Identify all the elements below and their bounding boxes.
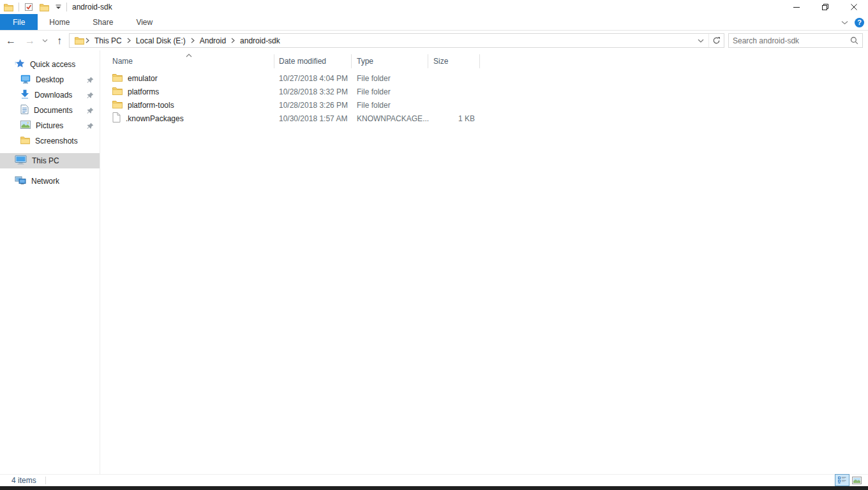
sidebar-item-network[interactable]: Network	[0, 174, 100, 189]
file-type: File folder	[352, 101, 428, 110]
quick-access-toolbar	[0, 0, 67, 14]
breadcrumb-separator-icon[interactable]	[127, 38, 131, 43]
sidebar-item-desktop[interactable]: Desktop	[0, 72, 100, 87]
item-count: 4 items	[11, 476, 36, 485]
address-folder-icon	[72, 36, 84, 45]
new-folder-icon[interactable]	[38, 1, 50, 13]
pictures-icon	[20, 121, 31, 131]
sidebar-item-quick-access[interactable]: Quick access	[0, 57, 100, 72]
documents-icon	[20, 105, 29, 116]
quick-access-star-icon	[15, 59, 25, 70]
help-icon[interactable]: ?	[855, 18, 864, 27]
file-row-emulator[interactable]: emulator 10/27/2018 4:04 PM File folder	[101, 71, 868, 85]
file-rows: emulator 10/27/2018 4:04 PM File folder …	[101, 71, 868, 125]
tab-file[interactable]: File	[0, 14, 38, 30]
sidebar-item-documents[interactable]: Documents	[0, 103, 100, 118]
tab-share[interactable]: Share	[81, 14, 124, 30]
breadcrumb-android[interactable]: Android	[196, 36, 230, 45]
sidebar-item-label: Screenshots	[35, 137, 78, 145]
folder-icon	[112, 87, 123, 97]
qat-separator	[19, 3, 19, 11]
close-icon[interactable]	[839, 0, 868, 14]
breadcrumb: This PC Local Disk (E:) Android android-…	[70, 36, 693, 45]
explorer-window: android-sdk File Home Share View ? ← →	[0, 0, 868, 490]
sidebar-group-gap	[0, 168, 100, 174]
breadcrumb-separator-icon[interactable]	[86, 38, 89, 43]
sidebar-item-downloads[interactable]: Downloads	[0, 87, 100, 103]
folder-icon	[20, 136, 30, 146]
column-header-size[interactable]: Size	[428, 54, 480, 68]
minimize-icon[interactable]	[782, 0, 811, 14]
status-separator	[45, 477, 46, 484]
tab-home[interactable]: Home	[38, 14, 81, 30]
file-row-knownpackages[interactable]: .knownPackages 10/30/2018 1:57 AM KNOWNP…	[101, 112, 868, 125]
pin-icon	[87, 122, 94, 130]
breadcrumb-android-sdk[interactable]: android-sdk	[236, 36, 284, 45]
network-icon	[15, 176, 26, 187]
file-name: .knownPackages	[126, 114, 184, 123]
thumbnails-view-icon[interactable]	[849, 474, 864, 486]
file-date-modified: 10/28/2018 3:26 PM	[274, 101, 352, 110]
back-arrow-icon[interactable]: ←	[0, 32, 22, 50]
taskbar-edge[interactable]	[0, 486, 868, 490]
breadcrumb-separator-icon[interactable]	[191, 38, 195, 43]
qat-dropdown-icon[interactable]	[54, 1, 63, 13]
file-type: KNOWNPACKAGE...	[352, 114, 428, 123]
ribbon-right-controls: ?	[841, 14, 864, 31]
folder-icon	[112, 100, 123, 110]
file-row-platform-tools[interactable]: platform-tools 10/28/2018 3:26 PM File f…	[101, 98, 868, 112]
file-date-modified: 10/27/2018 4:04 PM	[274, 74, 352, 83]
details-view-icon[interactable]	[835, 474, 849, 486]
sidebar-item-screenshots[interactable]: Screenshots	[0, 133, 100, 149]
column-header-date-modified[interactable]: Date modified	[274, 54, 352, 68]
tab-view[interactable]: View	[124, 14, 164, 30]
recent-locations-chevron-icon[interactable]	[38, 32, 51, 50]
sidebar-group-gap	[0, 149, 100, 153]
app-folder-icon	[3, 1, 15, 13]
sidebar-item-label: Downloads	[34, 91, 72, 100]
file-type: File folder	[352, 87, 428, 96]
ribbon-tab-row: File Home Share View ?	[0, 14, 868, 31]
file-row-platforms[interactable]: platforms 10/28/2018 3:32 PM File folder	[101, 85, 868, 98]
search-input[interactable]	[729, 36, 846, 45]
search-icon[interactable]	[846, 36, 862, 45]
restore-icon[interactable]	[811, 0, 839, 14]
file-type: File folder	[352, 74, 428, 83]
file-date-modified: 10/28/2018 3:32 PM	[274, 87, 352, 96]
sidebar-item-label: Documents	[34, 106, 73, 115]
ribbon-expand-chevron-icon[interactable]	[841, 18, 848, 27]
navigation-bar: ← → ↑ This PC Local Disk (E:) Android an…	[0, 31, 868, 50]
pin-icon	[87, 77, 94, 84]
sidebar-item-label: This PC	[32, 156, 59, 165]
content-area: Quick access Desktop Downloads	[0, 50, 868, 474]
downloads-icon	[20, 89, 29, 101]
address-bar[interactable]: This PC Local Disk (E:) Android android-…	[69, 33, 724, 48]
sidebar-item-this-pc[interactable]: This PC	[0, 153, 100, 168]
forward-arrow-icon[interactable]: →	[22, 32, 38, 50]
breadcrumb-local-disk-e[interactable]: Local Disk (E:)	[132, 36, 190, 45]
file-name: emulator	[128, 74, 158, 83]
breadcrumb-separator-icon[interactable]	[231, 38, 235, 43]
address-dropdown-icon[interactable]	[693, 34, 708, 47]
properties-checkbox-icon[interactable]	[23, 1, 34, 13]
column-headers: Name Date modified Type Size	[101, 54, 868, 68]
refresh-icon[interactable]	[708, 34, 724, 47]
sidebar-item-label: Quick access	[30, 60, 75, 69]
this-pc-icon	[15, 155, 27, 167]
window-title: android-sdk	[72, 3, 112, 11]
up-arrow-icon[interactable]: ↑	[51, 32, 68, 50]
pin-icon	[87, 92, 94, 99]
column-header-type[interactable]: Type	[352, 54, 428, 68]
file-size: 1 KB	[428, 114, 480, 123]
file-list: Name Date modified Type Size emulator 10…	[101, 50, 868, 474]
navigation-pane: Quick access Desktop Downloads	[0, 50, 100, 474]
title-bar: android-sdk	[0, 0, 868, 14]
file-date-modified: 10/30/2018 1:57 AM	[274, 114, 352, 123]
sidebar-item-pictures[interactable]: Pictures	[0, 118, 100, 133]
qat-separator	[66, 3, 67, 11]
sidebar-item-label: Pictures	[36, 121, 63, 130]
sort-ascending-icon	[186, 50, 192, 59]
breadcrumb-this-pc[interactable]: This PC	[91, 36, 126, 45]
folder-icon	[112, 73, 123, 84]
search-box	[728, 33, 863, 48]
